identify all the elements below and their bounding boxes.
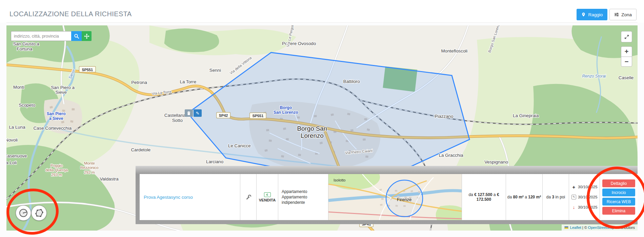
map-label: Monte	[84, 161, 95, 165]
map-label: Piazzano	[435, 114, 454, 119]
delete-zone-button[interactable]	[185, 109, 193, 117]
request-title-link[interactable]: Prova Agestasync corso	[144, 195, 193, 200]
map-label: Casa Loli	[6, 160, 17, 165]
action-buttons: DettaglioIncrocioRicerca WEBElimina	[600, 179, 638, 215]
draw-circle-tool[interactable]	[16, 205, 31, 221]
elimina-button[interactable]: Elimina	[602, 207, 635, 215]
road-ref-label: SP42	[219, 113, 228, 117]
road-ref-label: SP551	[253, 114, 264, 118]
surface-max: 120 m²	[528, 195, 541, 199]
zona-label: Zona	[621, 12, 632, 17]
page-title: LOCALIZZAZIONE DELLA RICHIESTA	[9, 10, 132, 18]
fullscreen-button[interactable]	[621, 31, 632, 42]
map-marker-icon	[581, 12, 586, 17]
map-label: Casenuove	[6, 153, 27, 158]
map-label: Sieve	[56, 90, 67, 95]
map-label: San Piero	[47, 111, 66, 116]
pencil-icon: ✎	[196, 111, 200, 116]
mini-map-district-label: Isolotto	[334, 178, 345, 182]
date-row: ✎30/10/2025	[571, 193, 598, 201]
dettaglio-button[interactable]: Dettaglio	[602, 179, 635, 187]
edit-zone-button[interactable]: ✎	[194, 109, 202, 117]
map-label: della Querqa	[45, 168, 68, 172]
map-label: Caselle	[619, 75, 633, 80]
price-range: da € 127.500 a € 172.500	[462, 174, 506, 220]
download-icon[interactable]: ↓	[571, 204, 576, 210]
map-label: Case Cortevecchia	[33, 126, 72, 131]
map-label: La Gracchia	[439, 153, 463, 158]
contract-type: VENDITA	[259, 198, 276, 202]
zoom-in-button[interactable]: +	[621, 46, 632, 57]
date-value: 30/10/2025	[578, 205, 598, 209]
zoom-out-button[interactable]: −	[621, 57, 632, 67]
leaflet-link[interactable]: Leaflet	[570, 225, 581, 230]
map-label: Borgo	[280, 105, 292, 110]
map-label: Sotto	[172, 118, 183, 123]
divider	[6, 22, 638, 23]
search-input[interactable]	[11, 31, 71, 41]
raggio-label: Raggio	[588, 12, 603, 17]
map-label: Battiloro	[343, 79, 360, 84]
map-label: Petrona	[131, 80, 147, 85]
map-label: Poggio	[51, 164, 63, 168]
map-label: San Lorenzo	[274, 110, 298, 115]
request-row: Prova Agestasync corso € VENDITA Apparta…	[136, 166, 638, 224]
map-label: Novoli	[6, 137, 18, 143]
map-label: Lorenzo	[301, 132, 324, 139]
edit-date-icon[interactable]: ✎	[571, 195, 576, 199]
map-label: Borgo San	[297, 125, 327, 132]
header-actions: Raggio Zona	[577, 9, 637, 20]
fullscreen-icon	[623, 34, 630, 40]
dates-cell: +30/10/2025✎30/10/2025↓30/10/2025	[569, 174, 600, 220]
map-panel[interactable]: SP551SP42SP551SP41 San Giusto aFortunaMo…	[6, 25, 638, 231]
search-button[interactable]	[71, 31, 82, 41]
osm-link[interactable]: OpenStreetMap	[588, 225, 615, 230]
date-value: 30/10/2025	[578, 185, 598, 189]
draw-tools	[16, 205, 47, 221]
page: LOCALIZZAZIONE DELLA RICHIESTA Raggio Zo…	[0, 0, 644, 237]
map-label: San Piero a	[51, 85, 75, 90]
polygon-icon	[34, 208, 44, 218]
zona-button[interactable]: Zona	[609, 9, 637, 20]
map-label: 292 m	[84, 170, 95, 174]
mini-map-cell: Isolotto Firenze	[328, 174, 462, 220]
search-icon	[74, 34, 79, 39]
map-label: 293 m	[51, 173, 62, 177]
map-label: Vespignano	[484, 159, 508, 165]
road-ref-label: SP551	[82, 68, 93, 72]
map-label: San Giusto a	[13, 41, 40, 46]
ricerca-web-button[interactable]: Ricerca WEB	[602, 198, 635, 206]
surface-min: 80 m²	[513, 195, 523, 199]
rooms-range: da 3 in poi	[543, 174, 569, 220]
map-label: Scopeto	[19, 103, 35, 108]
map-label: La Ginepraia	[513, 113, 539, 118]
surface-range: da 80 m² a 120 m²	[506, 174, 543, 220]
map-label: Senni	[209, 68, 221, 73]
locate-button[interactable]	[82, 31, 92, 41]
property-type-2: Appartamento indipendente	[282, 194, 328, 205]
map-label: Montefloscoli	[441, 48, 467, 53]
map-label: Rezzonico	[80, 166, 99, 170]
map-label: Cardetole	[131, 147, 151, 152]
map-attribution: Leaflet | © OpenStreetMap contributors	[562, 224, 638, 231]
raggio-button[interactable]: Raggio	[577, 9, 607, 20]
map-label: Fortuna	[17, 46, 33, 51]
mini-map: Isolotto Firenze	[328, 174, 462, 220]
map-label: Larciano	[206, 159, 223, 164]
draw-polygon-tool[interactable]	[31, 205, 47, 221]
zone-toolbar: ✎	[185, 109, 202, 117]
wrench-icon[interactable]	[245, 194, 251, 200]
sale-icon: €	[264, 192, 271, 197]
sliders-icon	[614, 12, 619, 17]
circle-radius-icon	[19, 208, 28, 218]
flag-icon	[564, 226, 568, 229]
add-date-icon[interactable]: +	[571, 184, 576, 190]
price-min: € 127.500	[474, 192, 492, 197]
rooms-min: 3	[552, 195, 554, 199]
move-arrows-icon	[84, 34, 89, 39]
map-label: Renzo Storai	[582, 74, 606, 79]
map-label: Valdastra	[100, 176, 119, 181]
map-label: Le Canicce	[228, 143, 251, 148]
date-row: ↓30/10/2025	[571, 203, 598, 212]
incrocio-button[interactable]: Incrocio	[602, 189, 635, 196]
